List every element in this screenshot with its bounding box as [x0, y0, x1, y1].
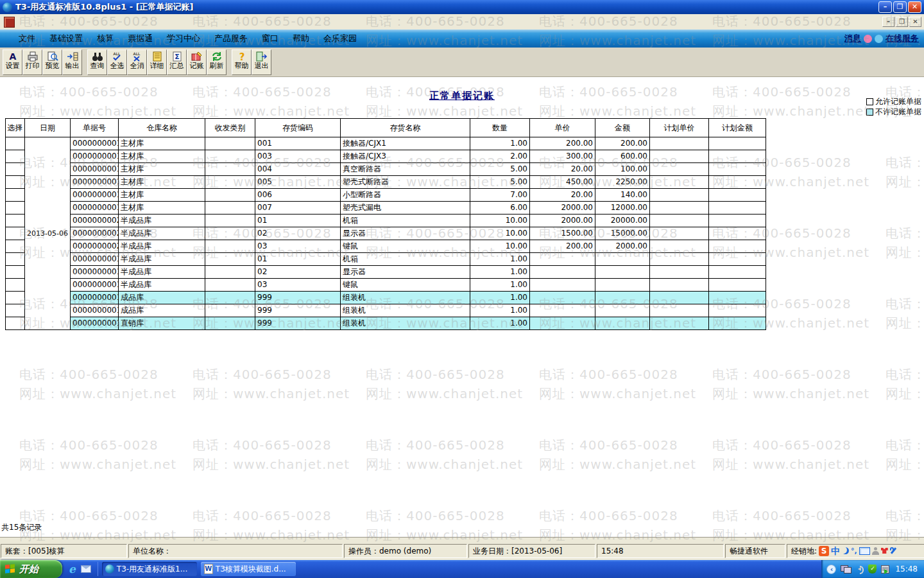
cell-plan_price[interactable]	[650, 202, 709, 215]
cell-plan_price[interactable]	[650, 215, 709, 227]
cell-price[interactable]	[530, 317, 595, 330]
cell-plan_amount[interactable]	[709, 215, 766, 227]
cell-plan_amount[interactable]	[709, 266, 766, 279]
cell-name[interactable]: 接触器/CJX1	[341, 137, 470, 150]
ime-person-icon[interactable]	[872, 547, 879, 555]
cell-code[interactable]: 03	[255, 240, 341, 253]
cell-category[interactable]	[205, 317, 255, 330]
cell-name[interactable]: 真空断路器	[341, 163, 470, 176]
cell-amount[interactable]	[595, 317, 650, 330]
cell-category[interactable]	[205, 266, 255, 279]
volume-icon[interactable]	[856, 565, 864, 573]
cell-plan_price[interactable]	[650, 227, 709, 240]
cell-code[interactable]: 999	[255, 292, 341, 304]
cell-name[interactable]: 接触器/CJX3	[341, 150, 470, 163]
cell-warehouse[interactable]: 主材库	[119, 150, 205, 163]
display-settings-icon[interactable]	[841, 565, 851, 574]
cell-plan_price[interactable]	[650, 163, 709, 176]
table-row[interactable]: 0000000001主材库001接触器/CJX11.00200.00200.00	[71, 137, 766, 150]
security-shield-icon[interactable]: ✓	[868, 565, 877, 574]
deselect-all-button[interactable]: ALL 全消	[127, 49, 147, 75]
cell-plan_price[interactable]	[650, 189, 709, 202]
ime-tools-icon[interactable]	[890, 547, 897, 554]
online-service-link[interactable]: 在线服务	[886, 33, 919, 44]
server-service-icon[interactable]	[881, 565, 889, 574]
table-row[interactable]: 0000000001半成品库01机箱1.00	[71, 253, 766, 266]
cell-plan_amount[interactable]	[709, 292, 766, 304]
select-cell[interactable]	[6, 163, 25, 176]
cell-name[interactable]: 组装机	[341, 304, 470, 317]
cell-warehouse[interactable]: 半成品库	[119, 253, 205, 266]
cell-plan_amount[interactable]	[709, 253, 766, 266]
cell-doc_no[interactable]: 0000000002	[71, 240, 119, 253]
cell-code[interactable]: 005	[255, 176, 341, 189]
child-restore-button[interactable]: ❐	[896, 17, 908, 27]
cell-amount[interactable]: 100.00	[595, 163, 650, 176]
internet-explorer-icon[interactable]: e	[69, 563, 76, 575]
cell-category[interactable]	[205, 150, 255, 163]
cell-plan_amount[interactable]	[709, 189, 766, 202]
cell-price[interactable]	[530, 266, 595, 279]
cell-plan_price[interactable]	[650, 317, 709, 330]
preview-button[interactable]: 预览	[42, 49, 62, 75]
menu-help[interactable]: 帮助	[286, 30, 316, 48]
summary-button[interactable]: Σ 汇总	[167, 49, 187, 75]
menu-piaojutong[interactable]: 票据通	[121, 30, 160, 48]
select-cell[interactable]	[6, 317, 25, 330]
cell-name[interactable]: 组装机	[341, 292, 470, 304]
cell-price[interactable]	[530, 279, 595, 292]
cell-plan_price[interactable]	[650, 137, 709, 150]
cell-code[interactable]: 003	[255, 150, 341, 163]
menu-basic-settings[interactable]: 基础设置	[42, 30, 90, 48]
cell-warehouse[interactable]: 主材库	[119, 189, 205, 202]
cell-code[interactable]: 01	[255, 253, 341, 266]
cell-price[interactable]: 200.00	[530, 240, 595, 253]
settings-button[interactable]: A 设置	[3, 49, 22, 75]
header-quantity[interactable]: 数量	[470, 119, 530, 137]
cell-plan_amount[interactable]	[709, 137, 766, 150]
cell-price[interactable]: 1500.00	[530, 227, 595, 240]
date-cell[interactable]: 2013-05-06	[25, 137, 71, 330]
header-warehouse[interactable]: 仓库名称	[119, 119, 205, 137]
table-row[interactable]: 0000000001成品库999组装机1.00	[71, 292, 766, 304]
cell-code[interactable]: 02	[255, 227, 341, 240]
task-button-word-doc[interactable]: W T3核算模块截图.d...	[201, 562, 296, 576]
header-select[interactable]: 选择	[6, 119, 25, 137]
cell-category[interactable]	[205, 189, 255, 202]
cell-doc_no[interactable]: 0000000002	[71, 215, 119, 227]
cell-warehouse[interactable]: 半成品库	[119, 215, 205, 227]
select-cell[interactable]	[6, 227, 25, 240]
header-unit-price[interactable]: 单价	[530, 119, 595, 137]
select-cell[interactable]	[6, 176, 25, 189]
cell-category[interactable]	[205, 137, 255, 150]
cell-qty[interactable]: 1.00	[470, 292, 530, 304]
menu-accounting[interactable]: 核算	[90, 30, 121, 48]
cell-name[interactable]: 小型断路器	[341, 189, 470, 202]
cell-category[interactable]	[205, 227, 255, 240]
cell-plan_price[interactable]	[650, 176, 709, 189]
menu-learning-center[interactable]: 学习中心	[160, 30, 207, 48]
cell-qty[interactable]: 10.00	[470, 227, 530, 240]
ime-keyboard-icon[interactable]	[859, 547, 870, 555]
refresh-button[interactable]: 刷新	[207, 49, 227, 75]
select-cell[interactable]	[6, 253, 25, 266]
sogou-icon[interactable]: S	[819, 546, 829, 556]
cell-plan_price[interactable]	[650, 150, 709, 163]
cell-code[interactable]: 03	[255, 279, 341, 292]
minimize-button[interactable]: –	[878, 1, 892, 13]
cell-plan_amount[interactable]	[709, 227, 766, 240]
cell-code[interactable]: 007	[255, 202, 341, 215]
cell-doc_no[interactable]: 0000000001	[71, 266, 119, 279]
detail-button[interactable]: 详细	[147, 49, 167, 75]
cell-doc_no[interactable]: 0000000001	[71, 253, 119, 266]
select-cell[interactable]	[6, 150, 25, 163]
header-amount[interactable]: 金额	[595, 119, 650, 137]
header-inventory-name[interactable]: 存货名称	[341, 119, 470, 137]
select-cell[interactable]	[6, 292, 25, 304]
child-close-button[interactable]: ✕	[909, 17, 921, 27]
table-row[interactable]: 0000000001主材库007塑壳式漏电6.002000.0012000.00	[71, 202, 766, 215]
cell-doc_no[interactable]: 0000000001	[71, 176, 119, 189]
table-row[interactable]: 0000000001成品库999组装机1.00	[71, 304, 766, 317]
cell-plan_price[interactable]	[650, 292, 709, 304]
table-row[interactable]: 0000000001主材库005塑壳式断路器5.00450.002250.00	[71, 176, 766, 189]
